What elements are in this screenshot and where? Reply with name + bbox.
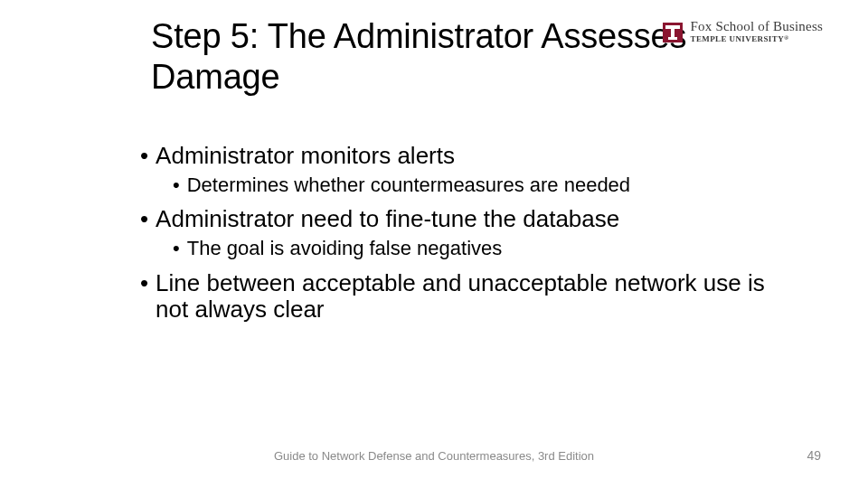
slide-footer: Guide to Network Defense and Countermeas…	[0, 448, 868, 463]
slide-body: • Administrator monitors alerts • Determ…	[140, 134, 791, 327]
school-logo: Fox School of Business TEMPLE UNIVERSITY…	[660, 20, 824, 45]
logo-line2: TEMPLE UNIVERSITY®	[691, 35, 824, 43]
list-item: • Administrator monitors alerts • Determ…	[140, 143, 791, 197]
slide-title: Step 5: The Administrator Assesses Damag…	[151, 16, 693, 98]
bullet-text: Line between acceptable and unacceptable…	[156, 270, 791, 324]
temple-t-icon	[660, 20, 685, 45]
bullet-icon: •	[173, 174, 180, 197]
bullet-text: The goal is avoiding false negatives	[187, 237, 503, 260]
bullet-icon: •	[140, 206, 148, 233]
svg-rect-3	[668, 37, 677, 40]
logo-text: Fox School of Business TEMPLE UNIVERSITY…	[691, 20, 824, 43]
list-subitem: • Determines whether countermeasures are…	[173, 174, 791, 197]
slide: Step 5: The Administrator Assesses Damag…	[0, 0, 868, 488]
bullet-text: Administrator monitors alerts	[156, 143, 455, 170]
bullet-icon: •	[140, 143, 148, 170]
list-item: • Line between acceptable and unacceptab…	[140, 270, 791, 324]
footer-source: Guide to Network Defense and Countermeas…	[0, 449, 868, 463]
bullet-text: Administrator need to fine-tune the data…	[156, 206, 619, 233]
bullet-text: Determines whether countermeasures are n…	[187, 174, 630, 197]
list-subitem: • The goal is avoiding false negatives	[173, 237, 791, 260]
bullet-icon: •	[140, 270, 148, 297]
list-item: • Administrator need to fine-tune the da…	[140, 206, 791, 260]
logo-line1: Fox School of Business	[691, 20, 824, 33]
bullet-icon: •	[173, 237, 180, 260]
